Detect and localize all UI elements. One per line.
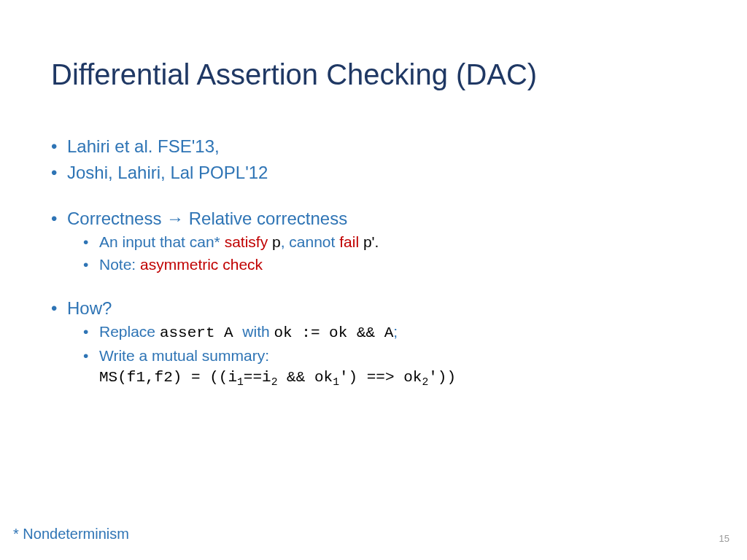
text: Note: <box>99 256 140 273</box>
page-number: 15 <box>719 533 729 544</box>
text: Joshi, Lahiri, Lal POPL'12 <box>67 163 268 182</box>
text: How? <box>67 298 112 318</box>
text-pprime: p'. <box>359 233 379 250</box>
text-asym: asymmetric check <box>140 256 263 273</box>
slide-title: Differential Assertion Checking (DAC) <box>51 58 537 91</box>
text: ; <box>393 323 398 340</box>
code-assert: assert A <box>160 324 242 341</box>
text: Write a mutual summary: <box>99 347 269 364</box>
text: with <box>242 323 274 340</box>
text: Replace <box>99 323 160 340</box>
arrow-icon: → <box>166 209 184 228</box>
code-ms: MS(f1,f2) = ((i1==i2 && ok1') ==> ok2')) <box>99 369 456 386</box>
bullet-summary: Write a mutual summary: MS(f1,f2) = ((i1… <box>83 346 693 389</box>
text-p: p <box>268 233 281 250</box>
bullet-ref2: Joshi, Lahiri, Lal POPL'12 <box>51 161 693 184</box>
code-ok: ok := ok && A <box>274 324 394 341</box>
slide-body: Lahiri et al. FSE'13, Joshi, Lahiri, Lal… <box>51 135 693 391</box>
footnote: * Nondeterminism <box>13 526 129 542</box>
bullet-replace: Replace assert A with ok := ok && A; <box>83 322 693 343</box>
bullet-input: An input that can* satisfy p, cannot fai… <box>83 232 693 252</box>
text: Relative correctness <box>184 209 347 228</box>
bullet-note: Note: asymmetric check <box>83 254 693 275</box>
bullet-ref1: Lahiri et al. FSE'13, <box>51 135 693 158</box>
text: Correctness <box>67 209 166 228</box>
text: , <box>281 233 290 250</box>
text-satisfy: satisfy <box>225 233 268 250</box>
slide: Differential Assertion Checking (DAC) La… <box>0 0 747 560</box>
text: Lahiri et al. FSE'13, <box>67 136 220 156</box>
text-cannot: cannot <box>289 233 335 250</box>
text: An input that can* <box>99 233 225 250</box>
bullet-correctness: Correctness → Relative correctness An in… <box>51 207 693 275</box>
text-fail: fail <box>335 233 359 250</box>
bullet-how: How? Replace assert A with ok := ok && A… <box>51 297 693 388</box>
